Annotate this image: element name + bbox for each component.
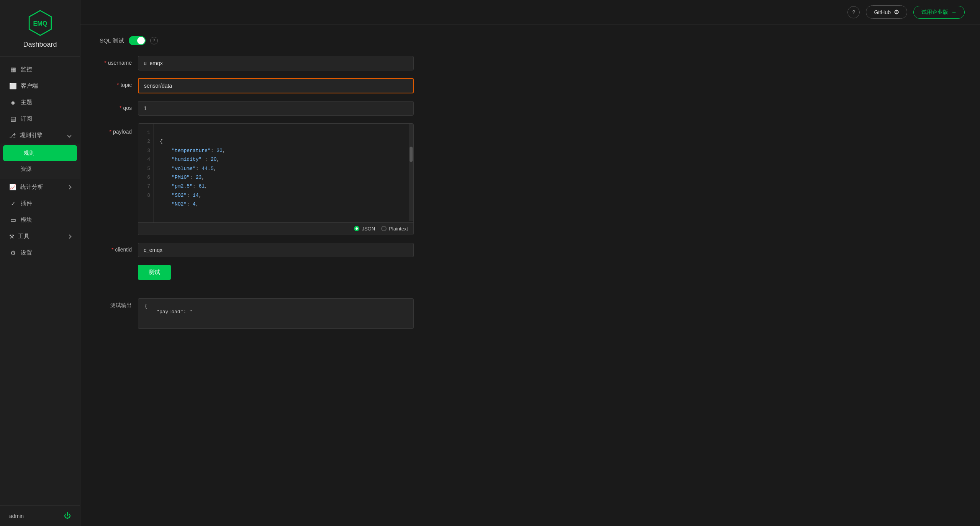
payload-label: *payload — [100, 123, 138, 135]
line-num-2: 2 — [141, 137, 150, 146]
sidebar-item-subscriptions[interactable]: ▤ 订阅 — [0, 111, 80, 127]
username-input[interactable] — [138, 56, 414, 70]
sidebar-item-topics[interactable]: ◈ 主题 — [0, 94, 80, 111]
qos-input[interactable] — [138, 101, 414, 116]
trial-label: 试用企业版 — [921, 9, 948, 16]
sql-test-toggle[interactable] — [129, 36, 146, 45]
sidebar-item-stats-label: 统计分析 — [20, 183, 43, 191]
payload-scrollbar[interactable] — [409, 124, 413, 221]
payload-editor[interactable]: 1 2 3 4 5 6 7 8 { "temperature": 30, "hu… — [138, 123, 414, 235]
username-label: *username — [100, 56, 138, 66]
sidebar-item-subscriptions-label: 订阅 — [21, 115, 32, 123]
line-numbers: 1 2 3 4 5 6 7 8 — [138, 124, 154, 222]
nav-sub-rule-engine: 规则 资源 — [0, 144, 80, 179]
help-icon: ? — [852, 9, 855, 15]
clientid-input[interactable] — [138, 243, 414, 257]
username-required: * — [104, 60, 106, 66]
topic-row: *topic — [100, 78, 961, 93]
test-button[interactable]: 测试 — [138, 265, 171, 280]
sidebar-bottom: admin ⏻ — [0, 505, 80, 526]
logout-icon[interactable]: ⏻ — [64, 512, 71, 520]
github-label: GitHub — [874, 9, 891, 15]
output-row: 测试输出 { "payload": " — [100, 298, 961, 329]
line-num-8: 8 — [141, 191, 150, 200]
rule-engine-icon: ⎇ — [9, 132, 16, 139]
line-num-5: 5 — [141, 164, 150, 173]
sidebar-item-tools-label: 工具 — [18, 233, 29, 240]
qos-required: * — [120, 105, 121, 111]
toggle-thumb — [137, 37, 145, 44]
rule-engine-chevron — [67, 133, 71, 137]
sidebar-item-rule-engine[interactable]: ⎇ 规则引擎 — [0, 127, 80, 144]
help-button[interactable]: ? — [847, 6, 860, 18]
sidebar: EMQ Dashboard ▦ 监控 ⬜ 客户端 ◈ 主题 ▤ 订阅 ⎇ 规则引… — [0, 0, 80, 526]
sidebar-item-rules[interactable]: 规则 — [3, 145, 77, 161]
output-label: 测试输出 — [100, 298, 138, 309]
scroll-thumb — [410, 147, 413, 162]
plugins-icon: ✓ — [9, 200, 17, 207]
qos-label: *qos — [100, 101, 138, 111]
test-button-row: 测试 — [100, 265, 961, 289]
sidebar-item-resources-label: 资源 — [21, 166, 31, 173]
plaintext-radio[interactable] — [381, 226, 387, 231]
topic-wrapper — [138, 78, 414, 93]
sql-test-row: SQL 测试 ? — [100, 36, 961, 45]
sidebar-item-rules-label: 规则 — [24, 150, 34, 157]
sidebar-item-tools[interactable]: ⚒ 工具 — [0, 228, 80, 245]
svg-text:EMQ: EMQ — [33, 20, 47, 27]
main: ? GitHub ⚙ 试用企业版 → SQL 测试 ? *username — [80, 0, 980, 526]
payload-lines: 1 2 3 4 5 6 7 8 { "temperature": 30, "hu… — [138, 124, 413, 222]
nav-items: ▦ 监控 ⬜ 客户端 ◈ 主题 ▤ 订阅 ⎇ 规则引擎 规则 — [0, 57, 80, 505]
github-button[interactable]: GitHub ⚙ — [866, 5, 907, 19]
tools-icon: ⚒ — [9, 233, 14, 240]
sidebar-item-monitor-label: 监控 — [21, 66, 32, 73]
sidebar-item-modules-label: 模块 — [21, 216, 32, 224]
monitor-icon: ▦ — [9, 66, 17, 73]
qos-row: *qos — [100, 101, 961, 116]
sidebar-item-rule-engine-label: 规则引擎 — [20, 132, 43, 139]
line-num-4: 4 — [141, 155, 150, 164]
github-icon: ⚙ — [894, 8, 899, 16]
stats-icon: 📈 — [9, 184, 16, 191]
modules-icon: ▭ — [9, 216, 17, 224]
clients-icon: ⬜ — [9, 82, 17, 90]
content-area: SQL 测试 ? *username *topic *qos — [80, 25, 980, 526]
sql-test-help-icon[interactable]: ? — [150, 37, 158, 44]
topic-label: *topic — [100, 78, 138, 88]
payload-footer: JSON Plaintext — [138, 222, 413, 235]
sidebar-item-stats[interactable]: 📈 统计分析 — [0, 179, 80, 195]
trial-button[interactable]: 试用企业版 → — [913, 6, 965, 19]
line-num-7: 7 — [141, 182, 150, 191]
sidebar-item-plugins-label: 插件 — [21, 200, 32, 207]
dashboard-title: Dashboard — [23, 41, 57, 49]
sidebar-item-resources[interactable]: 资源 — [0, 161, 80, 177]
sql-test-label: SQL 测试 — [100, 37, 124, 44]
sidebar-item-clients[interactable]: ⬜ 客户端 — [0, 78, 80, 94]
settings-icon: ⚙ — [9, 249, 17, 256]
logo-icon: EMQ — [26, 9, 54, 37]
sidebar-item-settings[interactable]: ⚙ 设置 — [0, 245, 80, 261]
sidebar-item-clients-label: 客户端 — [21, 82, 38, 90]
json-radio[interactable] — [354, 226, 359, 231]
logo-area: EMQ Dashboard — [0, 0, 80, 57]
line-num-3: 3 — [141, 146, 150, 155]
sidebar-item-topics-label: 主题 — [21, 99, 32, 106]
sidebar-item-settings-label: 设置 — [21, 249, 32, 256]
payload-required: * — [110, 129, 111, 135]
tools-chevron — [67, 234, 71, 238]
json-format-option[interactable]: JSON — [354, 226, 375, 232]
topbar: ? GitHub ⚙ 试用企业版 → — [80, 0, 980, 25]
clientid-label: *clientid — [100, 243, 138, 253]
json-label: JSON — [362, 226, 375, 232]
topic-input[interactable] — [139, 79, 413, 93]
plaintext-format-option[interactable]: Plaintext — [381, 226, 408, 232]
payload-row: *payload 1 2 3 4 5 6 7 8 { "temperature"… — [100, 123, 961, 235]
code-content: { "temperature": 30, "humidity" : 20, "v… — [154, 124, 413, 222]
stats-chevron — [67, 185, 71, 189]
sidebar-item-modules[interactable]: ▭ 模块 — [0, 212, 80, 228]
output-content: { "payload": " — [144, 303, 192, 315]
subscriptions-icon: ▤ — [9, 115, 17, 123]
sidebar-item-monitor[interactable]: ▦ 监控 — [0, 61, 80, 78]
sidebar-item-plugins[interactable]: ✓ 插件 — [0, 195, 80, 212]
line-num-1: 1 — [141, 128, 150, 137]
